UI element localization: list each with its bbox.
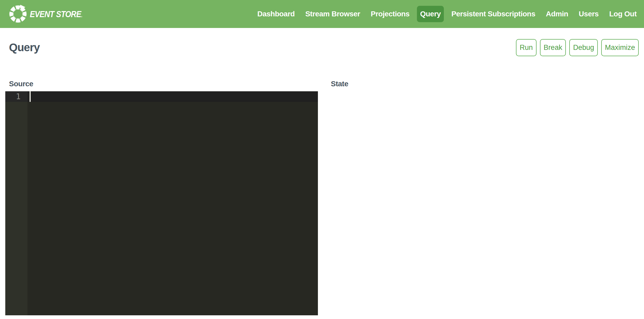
- top-navbar: EVENT STORE. Dashboard Stream Browser Pr…: [0, 0, 644, 28]
- source-label: Source: [9, 80, 318, 88]
- nav-item-stream-browser[interactable]: Stream Browser: [302, 6, 363, 22]
- maximize-button[interactable]: Maximize: [601, 39, 639, 56]
- editor-gutter-active-line: 1: [5, 91, 27, 102]
- nav-item-users[interactable]: Users: [576, 6, 602, 22]
- source-code-editor[interactable]: 1: [5, 91, 318, 315]
- panels-row: Source 1 State: [5, 80, 639, 315]
- query-page: Query Run Break Debug Maximize Source 1 …: [0, 39, 644, 315]
- page-title: Query: [9, 41, 40, 54]
- source-panel: Source 1: [5, 80, 318, 315]
- brand-wordmark: EVENT STORE.: [30, 9, 82, 19]
- nav-item-persistent-subscriptions[interactable]: Persistent Subscriptions: [448, 6, 538, 22]
- nav-item-projections[interactable]: Projections: [368, 6, 413, 22]
- editor-gutter: 1: [5, 91, 27, 315]
- brand-trademark-dot: .: [81, 12, 82, 18]
- break-button[interactable]: Break: [540, 39, 566, 56]
- state-content: [327, 91, 639, 315]
- debug-button[interactable]: Debug: [569, 39, 598, 56]
- state-label: State: [331, 80, 639, 88]
- event-store-logo-icon: [9, 5, 27, 23]
- run-button[interactable]: Run: [516, 39, 537, 56]
- nav-item-query[interactable]: Query: [417, 6, 444, 22]
- brand-name: EVENT STORE: [30, 9, 81, 19]
- brand-link[interactable]: EVENT STORE.: [9, 5, 92, 23]
- line-number: 1: [5, 91, 27, 102]
- query-toolbar: Run Break Debug Maximize: [516, 39, 639, 56]
- nav-items: Dashboard Stream Browser Projections Que…: [250, 6, 640, 22]
- nav-item-log-out[interactable]: Log Out: [606, 6, 640, 22]
- nav-item-admin[interactable]: Admin: [543, 6, 571, 22]
- state-panel: State: [327, 80, 639, 315]
- editor-active-line: [27, 91, 318, 102]
- editor-cursor: [30, 91, 31, 102]
- page-header: Query Run Break Debug Maximize: [5, 39, 639, 56]
- nav-item-dashboard[interactable]: Dashboard: [254, 6, 298, 22]
